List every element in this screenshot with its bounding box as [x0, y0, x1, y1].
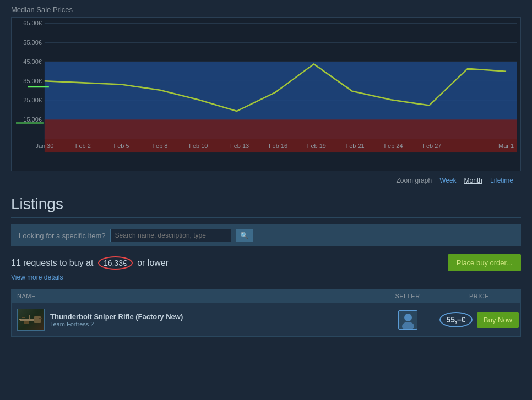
- item-image: [17, 309, 45, 331]
- chart-section: Median Sale Prices 65.00€ 55.00€ 45.00€ …: [0, 0, 532, 190]
- place-buy-order-button[interactable]: Place buy order...: [448, 254, 521, 271]
- chart-svg: 65.00€ 55.00€ 45.00€ 35.00€ 25.00€ 15.00…: [12, 18, 520, 171]
- view-more-details-link[interactable]: View more details: [11, 273, 521, 281]
- svg-text:45.00€: 45.00€: [23, 58, 42, 65]
- svg-text:Feb 21: Feb 21: [346, 143, 365, 149]
- svg-text:Feb 10: Feb 10: [189, 143, 208, 149]
- zoom-controls: Zoom graph Week Month Lifetime: [11, 171, 521, 190]
- price-badge: 55,–€: [439, 312, 473, 327]
- seller-cell: [372, 310, 443, 330]
- rifle-icon: [19, 311, 43, 328]
- item-game: Team Fortress 2: [50, 321, 183, 327]
- item-name: Thunderbolt Sniper Rifle (Factory New): [50, 313, 183, 321]
- price-cell: 55,–€ Buy Now: [443, 312, 515, 328]
- buy-requests-count: 11: [11, 258, 21, 267]
- chart-container: 65.00€ 55.00€ 45.00€ 35.00€ 25.00€ 15.00…: [11, 17, 521, 171]
- listings-section: Listings Looking for a specific item? 🔍 …: [0, 190, 532, 343]
- zoom-week-btn[interactable]: Week: [437, 176, 458, 185]
- buy-requests-suffix: or lower: [137, 258, 169, 267]
- col-name: NAME: [17, 293, 372, 299]
- svg-point-37: [404, 314, 412, 321]
- search-label: Looking for a specific item?: [19, 232, 106, 240]
- listings-table: NAME SELLER PRICE: [11, 289, 521, 337]
- zoom-month-btn[interactable]: Month: [462, 176, 485, 185]
- buy-now-button[interactable]: Buy Now: [477, 312, 519, 328]
- svg-text:55.00€: 55.00€: [23, 39, 42, 46]
- svg-text:Mar 1: Mar 1: [498, 143, 514, 149]
- svg-rect-32: [19, 319, 21, 320]
- buy-requests-label: requests to buy at: [23, 258, 93, 267]
- svg-text:Feb 2: Feb 2: [75, 143, 91, 149]
- search-input[interactable]: [110, 229, 231, 242]
- svg-text:Feb 19: Feb 19: [307, 143, 326, 149]
- svg-rect-34: [39, 318, 42, 319]
- svg-text:Feb 24: Feb 24: [384, 143, 403, 149]
- svg-text:Jan 30: Jan 30: [35, 143, 53, 149]
- listing-name-cell: Thunderbolt Sniper Rifle (Factory New) T…: [17, 309, 372, 331]
- svg-text:35.00€: 35.00€: [23, 78, 42, 84]
- table-row: Thunderbolt Sniper Rifle (Factory New) T…: [12, 303, 520, 337]
- buy-requests-row: 11 requests to buy at 16,33€ or lower Pl…: [11, 254, 521, 271]
- search-bar: Looking for a specific item? 🔍: [11, 224, 521, 246]
- svg-rect-31: [22, 317, 25, 318]
- svg-text:Feb 8: Feb 8: [152, 143, 167, 149]
- zoom-lifetime-btn[interactable]: Lifetime: [488, 176, 515, 185]
- seller-avatar: [398, 310, 417, 330]
- search-button[interactable]: 🔍: [236, 229, 253, 242]
- svg-text:25.00€: 25.00€: [23, 97, 42, 103]
- zoom-graph-label: Zoom graph: [396, 177, 432, 184]
- item-info: Thunderbolt Sniper Rifle (Factory New) T…: [50, 313, 183, 327]
- table-header: NAME SELLER PRICE: [12, 289, 520, 303]
- col-price: PRICE: [443, 293, 515, 299]
- buy-requests-info: 11 requests to buy at 16,33€ or lower: [11, 256, 169, 270]
- col-seller: SELLER: [372, 293, 443, 299]
- svg-text:Feb 5: Feb 5: [114, 143, 129, 149]
- svg-rect-35: [24, 321, 29, 324]
- chart-title: Median Sale Prices: [11, 6, 521, 14]
- item-image-inner: [18, 309, 44, 330]
- svg-text:15.00€: 15.00€: [23, 116, 42, 123]
- svg-text:Feb 16: Feb 16: [269, 143, 287, 149]
- svg-text:Feb 13: Feb 13: [230, 143, 249, 149]
- svg-rect-33: [29, 315, 30, 319]
- svg-text:65.00€: 65.00€: [23, 20, 42, 26]
- svg-rect-30: [34, 316, 41, 323]
- listings-title: Listings: [11, 195, 521, 218]
- buy-price-highlight: 16,33€: [98, 256, 133, 270]
- svg-text:Feb 27: Feb 27: [422, 143, 441, 149]
